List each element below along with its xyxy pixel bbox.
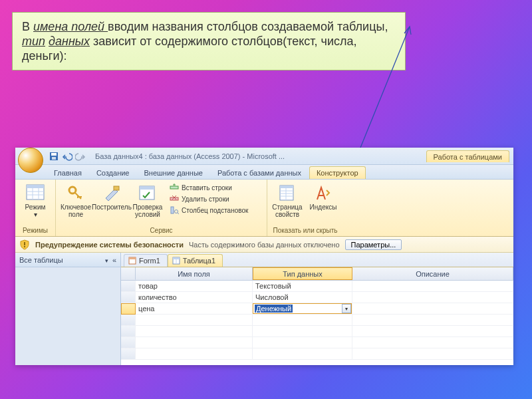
builder-icon — [102, 184, 122, 202]
data-type-cell[interactable] — [253, 315, 352, 326]
builder-button[interactable]: Построитель — [96, 182, 128, 211]
data-type-cell[interactable] — [253, 326, 352, 337]
document-area: Form1 Таблица1 Имя поля Тип данных Описа… — [121, 253, 513, 365]
row-selector[interactable] — [121, 348, 136, 360]
options-button[interactable]: Параметры... — [345, 239, 402, 250]
dropdown-value: Денежный — [255, 305, 293, 313]
insert-rows-button[interactable]: Вставить строки — [168, 182, 250, 193]
col-header-data-type[interactable]: Тип данных — [253, 267, 352, 280]
tab-label: Form1 — [139, 257, 160, 265]
col-header-field-name[interactable]: Имя поля — [136, 267, 253, 280]
row-selector[interactable] — [121, 292, 136, 303]
data-type-cell[interactable] — [253, 348, 352, 360]
property-sheet-button[interactable]: Страница свойств — [271, 182, 303, 218]
lbl: Режим — [25, 203, 46, 211]
svg-rect-16 — [171, 207, 174, 213]
data-type-cell[interactable]: Текстовый — [253, 281, 352, 292]
datasheet-icon — [25, 184, 45, 202]
field-name-cell[interactable]: товар — [136, 281, 253, 292]
office-button[interactable] — [18, 148, 43, 173]
row-selector[interactable] — [121, 326, 136, 337]
collapse-icon[interactable]: « — [112, 256, 116, 264]
description-cell[interactable] — [352, 348, 513, 360]
description-cell[interactable] — [352, 292, 513, 303]
table-row: количество Числовой — [121, 292, 513, 303]
redo-icon[interactable] — [75, 151, 86, 162]
validation-button[interactable]: Проверка условий — [132, 182, 164, 218]
doc-tab-table1[interactable]: Таблица1 — [168, 254, 223, 267]
table-row — [121, 337, 513, 348]
instruction-callout: В имена полей вводим названия столбцов с… — [12, 12, 406, 70]
nav-pane-header[interactable]: Все таблицы ▾ « — [15, 253, 120, 267]
table-icon — [172, 257, 180, 265]
field-name-cell[interactable] — [136, 315, 253, 326]
delete-rows-button[interactable]: Удалить строки — [168, 194, 250, 204]
lbl: Индексы — [310, 203, 337, 211]
select-all-corner[interactable] — [121, 267, 136, 280]
window-title: База данных4 : база данных (Access 2007)… — [95, 152, 285, 160]
description-cell[interactable] — [352, 326, 513, 337]
row-selector[interactable] — [121, 315, 136, 326]
txt: В — [22, 20, 33, 33]
grid-header: Имя поля Тип данных Описание — [121, 267, 513, 281]
lbl: Удалить строки — [182, 196, 229, 203]
contextual-tab-label: Работа с таблицами — [426, 150, 509, 162]
form-icon — [128, 257, 136, 265]
svg-point-17 — [175, 210, 178, 213]
description-cell[interactable] — [352, 337, 513, 348]
ribbon-tabs: Главная Создание Внешние данные Работа с… — [15, 165, 513, 180]
data-type-cell[interactable] — [253, 337, 352, 348]
field-name-cell[interactable] — [136, 326, 253, 337]
field-name-cell[interactable]: цена — [136, 303, 253, 315]
indexes-button[interactable]: Индексы — [307, 182, 339, 211]
workspace: Все таблицы ▾ « Form1 Таблица1 Имя поля — [15, 253, 513, 365]
table-row: цена Денежный ▾ — [121, 303, 513, 315]
primary-key-button[interactable]: Ключевое поле — [60, 182, 92, 218]
description-cell[interactable] — [352, 281, 513, 292]
svg-line-18 — [178, 213, 179, 214]
svg-rect-28 — [129, 257, 136, 259]
save-icon[interactable] — [49, 151, 59, 162]
field-name-cell[interactable]: количество — [136, 292, 253, 303]
lbl: Проверка условий — [132, 203, 164, 218]
lookup-column-button[interactable]: Столбец подстановок — [168, 205, 250, 215]
field-name-cell[interactable] — [136, 337, 253, 348]
row-selector[interactable] — [121, 337, 136, 348]
data-type-dropdown[interactable]: Денежный ▾ — [253, 303, 352, 314]
title-bar: База данных4 : база данных (Access 2007)… — [15, 148, 513, 165]
svg-rect-20 — [280, 186, 293, 188]
col-header-description[interactable]: Описание — [352, 267, 513, 280]
table-row — [121, 315, 513, 326]
tab-home[interactable]: Главная — [47, 167, 88, 179]
svg-rect-3 — [52, 157, 56, 160]
data-type-cell[interactable]: Денежный ▾ — [253, 303, 352, 315]
insert-row-icon — [170, 183, 179, 192]
dropdown-arrow-icon[interactable]: ▾ — [342, 304, 351, 313]
table-row: товар Текстовый — [121, 281, 513, 292]
delete-row-icon — [170, 194, 179, 203]
lbl: Ключевое поле — [60, 203, 92, 218]
description-cell[interactable] — [352, 303, 513, 315]
svg-rect-11 — [114, 186, 119, 190]
svg-rect-2 — [51, 153, 57, 156]
tab-design[interactable]: Конструктор — [309, 166, 366, 179]
svg-rect-13 — [140, 186, 154, 190]
lbl: Построитель — [92, 203, 132, 211]
data-type-cell[interactable]: Числовой — [253, 292, 352, 303]
group-label: Режимы — [19, 226, 51, 235]
view-button[interactable]: Режим▾ — [19, 182, 51, 218]
row-selector[interactable] — [121, 281, 136, 292]
chevron-down-icon: ▾ — [105, 257, 108, 264]
tab-database-tools[interactable]: Работа с базами данных — [211, 167, 308, 179]
txt: данных — [49, 35, 90, 48]
key-icon — [66, 184, 86, 202]
description-cell[interactable] — [352, 315, 513, 326]
field-name-cell[interactable] — [136, 348, 253, 360]
undo-icon[interactable] — [62, 151, 72, 162]
doc-tab-form1[interactable]: Form1 — [124, 254, 168, 267]
tab-external-data[interactable]: Внешние данные — [138, 167, 209, 179]
row-selector[interactable] — [121, 303, 136, 315]
access-window: База данных4 : база данных (Access 2007)… — [15, 148, 513, 365]
security-warning-bar: Предупреждение системы безопасности Част… — [15, 237, 513, 253]
tab-create[interactable]: Создание — [90, 167, 136, 179]
